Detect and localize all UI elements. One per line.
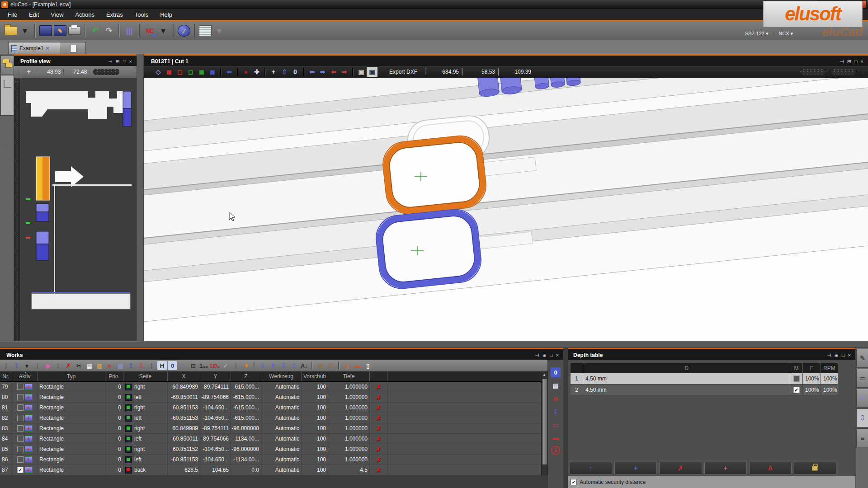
tool-drill-icon[interactable]: ↧: [12, 361, 21, 370]
move-bottom-icon[interactable]: ↧: [278, 361, 288, 370]
open-dropdown-icon[interactable]: ▾: [19, 24, 31, 38]
delete-cell[interactable]: ✗: [370, 465, 387, 475]
macro-book-icon[interactable]: ▮: [342, 361, 352, 370]
grip-handle[interactable]: ⋮: [231, 361, 241, 370]
y-cell[interactable]: -104.650...: [200, 444, 231, 455]
feed-cell[interactable]: 100: [302, 444, 328, 455]
group-add-icon[interactable]: ⊞: [316, 361, 325, 370]
z-cell[interactable]: -1134.00...: [231, 455, 261, 465]
y-cell[interactable]: -104.650...: [200, 403, 231, 413]
view-left-icon[interactable]: ◻: [185, 67, 196, 77]
menu-item[interactable]: Tools: [129, 9, 154, 20]
save-as-icon[interactable]: ✎: [54, 25, 66, 36]
tool-cell[interactable]: Automatic: [261, 465, 302, 475]
slot-icon[interactable]: ▭: [551, 420, 561, 430]
maximize-icon[interactable]: □: [854, 59, 858, 65]
prio-cell[interactable]: 0: [105, 413, 123, 423]
move-top-icon[interactable]: ↥: [289, 361, 298, 370]
m-checkbox[interactable]: [793, 387, 800, 393]
depth-cell[interactable]: 1.000000: [328, 413, 370, 423]
crosshair-icon[interactable]: +: [268, 67, 279, 77]
feed-cell[interactable]: 100: [302, 465, 328, 475]
delete-cell[interactable]: ✗: [370, 455, 387, 465]
depth-col-rpm[interactable]: RPM: [821, 363, 838, 373]
titlebar[interactable]: e eluCad - [Example1.ecw] – □ ×: [0, 0, 868, 9]
x-cell[interactable]: -60.850011: [168, 434, 200, 444]
y-cell[interactable]: -89.754066: [200, 434, 231, 444]
tab-example1[interactable]: Example1 ×: [8, 42, 65, 54]
column-header-y[interactable]: Y: [200, 371, 231, 382]
prev-cut-icon[interactable]: ⇦: [328, 67, 339, 77]
maximize-icon[interactable]: □: [123, 59, 126, 65]
separator[interactable]: [220, 68, 222, 76]
active-checkbox[interactable]: [17, 425, 24, 432]
grip-handle[interactable]: ⋮: [53, 361, 63, 370]
delete-work-icon[interactable]: ✗: [376, 384, 381, 390]
cut-icon[interactable]: ✂: [74, 361, 84, 370]
f-cell[interactable]: 100%: [803, 373, 821, 385]
number-123-icon[interactable]: 1₂₃: [199, 361, 208, 370]
y-cell[interactable]: -104.650...: [200, 413, 231, 423]
postprocessor-select[interactable]: NCX ▾: [778, 31, 793, 37]
column-header-werkzeug[interactable]: Werkzeug: [261, 371, 302, 382]
close-icon[interactable]: ×: [848, 352, 851, 358]
tab-new-document[interactable]: [61, 42, 86, 54]
delete-icon[interactable]: ✗: [64, 361, 73, 370]
feed-cell[interactable]: 100: [302, 392, 328, 403]
points-icon[interactable]: ∴: [178, 361, 188, 370]
separator[interactable]: [85, 24, 86, 38]
z-probe-icon[interactable]: ⇧: [279, 67, 290, 77]
depth-cell[interactable]: 1.000000: [328, 382, 370, 392]
view-back-icon[interactable]: ◻: [175, 67, 185, 77]
grip-handle[interactable]: ⋮: [147, 361, 156, 370]
depth-row-number[interactable]: 1: [571, 373, 583, 385]
active-checkbox[interactable]: [17, 467, 24, 473]
feed-cell[interactable]: 100: [302, 423, 328, 434]
grip-handle[interactable]: ⋮: [129, 69, 135, 75]
z-cell[interactable]: -96.000000: [231, 444, 261, 455]
x-cell[interactable]: 60.849989: [168, 382, 200, 392]
column-header-tiefe[interactable]: Tiefe: [328, 371, 370, 382]
row-number[interactable]: 85: [0, 444, 12, 455]
view-right-icon[interactable]: ◼: [196, 67, 207, 77]
next-side-icon[interactable]: ⇨: [317, 67, 328, 77]
x-cell[interactable]: 628.5: [168, 465, 200, 475]
view-front-icon[interactable]: ◼: [164, 67, 175, 77]
z-cell[interactable]: -96.000000: [231, 423, 261, 434]
depth-cell[interactable]: 4.5: [328, 465, 370, 475]
next-cut-icon[interactable]: ⇨: [339, 67, 350, 77]
delete-work-icon[interactable]: ✗: [376, 456, 381, 463]
depth-cell[interactable]: 1.000000: [328, 444, 370, 455]
zero-point-icon[interactable]: 0: [290, 67, 301, 77]
x-cell[interactable]: 60.851152: [168, 444, 200, 455]
prio-cell[interactable]: 0: [105, 444, 123, 455]
x-cell[interactable]: -60.850011: [168, 392, 200, 403]
table-row[interactable]: 87 + Rectangle 0 back 628.5 104.65 0.0 A…: [0, 465, 541, 475]
row-number[interactable]: 81: [0, 403, 12, 413]
x-cell[interactable]: 60.851153: [168, 403, 200, 413]
save-icon[interactable]: [39, 25, 52, 36]
separator[interactable]: [237, 68, 238, 76]
separator[interactable]: [254, 361, 255, 370]
close-icon[interactable]: ×: [556, 352, 559, 358]
edit-pen-icon[interactable]: ✎: [856, 349, 868, 368]
doc-tool-icon[interactable]: ▤: [551, 380, 561, 390]
dock-icon[interactable]: ⊣: [827, 352, 831, 358]
aktiv-cell[interactable]: +: [12, 382, 38, 392]
grip-handle[interactable]: ⋮: [1, 361, 11, 370]
grip-handle[interactable]: ⋮: [861, 69, 866, 75]
column-header-aktiv[interactable]: ▾Aktiv: [12, 371, 38, 382]
m-cell[interactable]: [790, 373, 803, 385]
side-cell[interactable]: left: [123, 455, 168, 465]
depth-row[interactable]: 1 4.50 mm 100% 100%: [571, 373, 838, 385]
float-icon[interactable]: ⊞: [542, 352, 547, 358]
depth-cell[interactable]: 1.000000: [328, 392, 370, 403]
milling-tool-icon[interactable]: ⇩: [856, 408, 868, 427]
aktiv-cell[interactable]: +: [12, 465, 38, 475]
depth-col-num[interactable]: [571, 363, 583, 373]
delete-cell[interactable]: ✗: [370, 423, 387, 434]
column-header-x[interactable]: X: [168, 371, 200, 382]
depth-cell[interactable]: 1.000000: [328, 423, 370, 434]
active-checkbox[interactable]: [17, 394, 24, 400]
report-list-icon[interactable]: ▯: [363, 361, 373, 370]
